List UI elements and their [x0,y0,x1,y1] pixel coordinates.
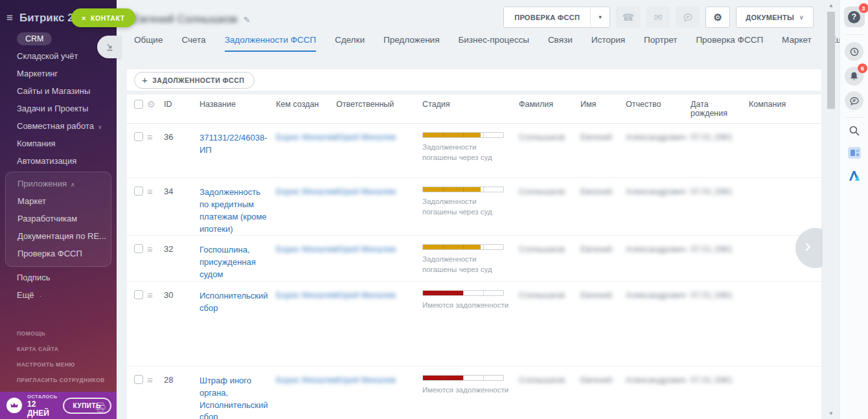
row-checkbox[interactable] [134,132,143,141]
row-menu-icon[interactable]: ≡ [147,243,153,255]
table-row: ≡32Госпошлина, присужденная судомБорис М… [127,236,821,282]
row-birthdate: 07.01.1981 [691,187,733,196]
settings-gear-button[interactable]: ⚙ [705,6,730,28]
row-patronymic: Александрович [626,132,686,142]
row-menu-icon[interactable]: ≡ [147,186,153,197]
column-header-имя[interactable]: Имя [580,95,626,123]
sidebar-item-автоматизация[interactable]: Автоматизация [0,152,117,170]
tab-общие[interactable]: Общие [134,35,163,53]
phone-button[interactable]: ☎ [616,6,640,28]
row-checkbox[interactable] [134,187,143,196]
sidebar-item-ещё[interactable]: Ещё - [0,286,117,304]
select-all-checkbox[interactable] [134,100,143,109]
fssp-check-dropdown-button[interactable]: ▾ [590,7,610,27]
email-button[interactable]: ✉ [646,6,670,28]
column-header-id[interactable]: ID [164,95,200,123]
tab-бизнес-процессы[interactable]: Бизнес-процессы [458,35,529,53]
row-surname: Солнышков [519,290,565,300]
chat-icon [683,12,693,23]
row-name-link[interactable]: 371131/22/46038-ИП [200,132,268,157]
search-button[interactable] [849,125,860,139]
tab-предложения[interactable]: Предложения [383,35,440,53]
row-menu-icon[interactable]: ≡ [147,131,153,142]
columns-settings-icon[interactable]: ⚙ [147,99,155,109]
scrollbar-thumb[interactable] [827,12,835,109]
row-birthdate: 07.01.1981 [691,375,733,385]
expand-panel-chevron-button[interactable]: › [795,228,823,268]
license-days-left: 12 ДНЕЙ [27,400,58,418]
app-shortcut-sites-icon[interactable] [846,144,863,161]
tab-проверка-фссп[interactable]: Проверка ФССП [696,35,763,53]
contact-type-button[interactable]: × КОНТАКТ [71,8,135,27]
close-icon: × [82,14,86,22]
sidebar-item-сайты-и-магазины[interactable]: Сайты и Магазины [0,82,117,100]
row-id: 28 [164,367,200,419]
app-shortcut-ai-icon[interactable] [846,167,863,184]
documents-button[interactable]: ДОКУМЕНТЫ ∨ [736,6,814,28]
column-header-стадия[interactable]: Стадия [422,95,519,123]
footer-link-настроить-меню[interactable]: НАСТРОИТЬ МЕНЮ [17,357,117,372]
fssp-check-button[interactable]: ПРОВЕРКА ФССП [504,7,590,27]
sidebar-item-задачи-и-проекты[interactable]: Задачи и Проекты [0,100,117,117]
scroll-up-arrow[interactable]: ▲ [826,3,836,8]
sidebar-collapse-button[interactable] [97,36,122,58]
sidebar-item-маркет[interactable]: Маркет [6,192,111,210]
burger-menu-icon[interactable]: ≡ [6,12,13,25]
row-name-link[interactable]: Исполнительский сбор [200,290,268,315]
column-header-компания[interactable]: Компания [749,95,821,123]
row-name-link[interactable]: Штраф иного органа, Исполнительский сбор [200,375,268,419]
messenger-button[interactable] [845,91,863,110]
column-header-ответственный[interactable]: Ответственный [336,95,422,123]
column-header-название[interactable]: Название [200,95,276,123]
vertical-scrollbar[interactable]: ▲ ▼ [826,1,836,418]
footer-link-карта-сайта[interactable]: КАРТА САЙТА [17,341,117,357]
column-header-фамилия[interactable]: Фамилия [519,95,580,123]
column-header-отчество[interactable]: Отчество [626,95,691,123]
column-header-дата-рождения[interactable]: Дата рождения [691,95,749,123]
tab-маркет[interactable]: Маркет [782,35,812,53]
sidebar-item-разработчикам[interactable]: Разработчикам [6,210,111,227]
row-name-link[interactable]: Госпошлина, присужденная судом [200,244,268,281]
sidebar-footer-links: ПОМОЩЬКАРТА САЙТАНАСТРОИТЬ МЕНЮПРИГЛАСИТ… [0,326,117,392]
footer-link-пригласить-сотрудников[interactable]: ПРИГЛАСИТЬ СОТРУДНИКОВ [17,372,117,388]
tab-задолженности-фссп[interactable]: Задолженности ФССП [225,35,316,53]
row-checkbox[interactable] [134,375,143,384]
row-menu-icon[interactable]: ≡ [147,289,153,300]
sidebar-item-документация-по-re[interactable]: Документация по RE... [6,227,111,245]
page-header: Евгений Солнышков ✎ ПРОВЕРКА ФССП ▾ ☎ ✉ … [117,0,839,30]
tab-счета[interactable]: Счета [181,35,205,53]
printer-icon[interactable] [95,402,106,415]
sidebar-item-подпись[interactable]: Подпись [0,269,117,286]
tab-сделки[interactable]: Сделки [335,35,365,53]
table-row: ≡34Задолженность по кредитным платежам (… [127,178,821,236]
tab-портрет[interactable]: Портрет [644,35,677,53]
row-menu-icon[interactable]: ≡ [147,374,153,385]
edit-title-icon[interactable]: ✎ [243,15,250,25]
row-responsible: Юрий Михалев [336,132,396,142]
sidebar-item-компания[interactable]: Компания [0,135,117,152]
row-firstname: Евгений [580,290,612,300]
column-header-кем-создан[interactable]: Кем создан [276,95,336,123]
row-checkbox[interactable] [134,244,143,253]
chevron-icon: ∨ [98,124,102,130]
sidebar-item-маркетинг[interactable]: Маркетинг [0,65,117,82]
table-header-row: ⚙IDНазваниеКем созданОтветственныйСтадия… [127,95,821,124]
tab-связи[interactable]: Связи [548,35,573,53]
scroll-down-arrow[interactable]: ▼ [826,411,836,416]
footer-link-помощь[interactable]: ПОМОЩЬ [17,326,117,341]
fssp-check-split-button: ПРОВЕРКА ФССП ▾ [503,6,610,28]
collapse-arrow-icon [105,42,115,52]
sidebar-item-совместная-работа[interactable]: Совместная работа∨ [0,117,117,135]
sidebar-item-проверка-фссп[interactable]: Проверка ФССП [6,245,111,262]
row-name-link[interactable]: Задолженность по кредитным платежам (кро… [200,187,268,235]
rail-divider [846,34,863,35]
notifications-bell-button[interactable]: 6 [845,67,863,85]
sidebar-item-приложения[interactable]: Приложения∧ [6,175,111,192]
time-history-button[interactable] [845,42,863,61]
add-fssp-debt-button[interactable]: + ЗАДОЛЖЕННОСТИ ФССП [134,72,255,89]
row-checkbox[interactable] [134,290,143,299]
help-button[interactable]: ? 3 [844,6,865,27]
tab-история[interactable]: История [591,35,625,53]
chat-button[interactable] [676,6,700,28]
row-id: 32 [164,236,200,281]
